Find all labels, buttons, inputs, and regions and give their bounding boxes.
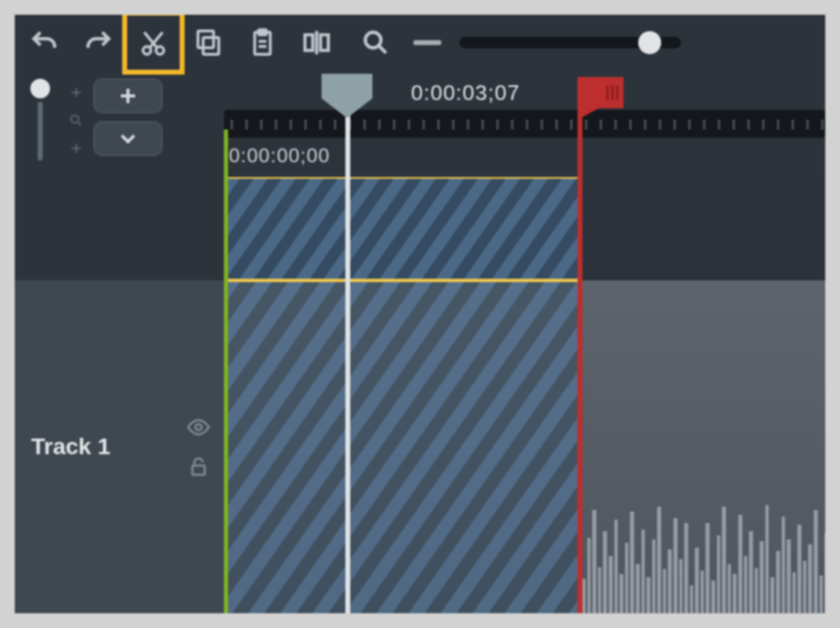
vertical-zoom-track <box>38 102 43 161</box>
svg-line-12 <box>379 46 386 53</box>
paste-button[interactable] <box>236 20 289 66</box>
undo-icon <box>29 27 60 58</box>
track-name-label: Track 1 <box>31 434 111 460</box>
track-content-upper[interactable] <box>224 177 825 280</box>
vertical-zoom-slider[interactable] <box>21 79 59 161</box>
scissors-icon <box>138 27 169 58</box>
add-track-button[interactable] <box>94 79 162 113</box>
svg-point-21 <box>195 424 202 430</box>
playhead-icon <box>318 74 376 118</box>
ruler-label-zero: 0:00:00;00 <box>229 144 330 167</box>
out-marker-line[interactable] <box>578 105 582 613</box>
redo-icon <box>83 27 114 58</box>
split-button[interactable] <box>290 20 343 66</box>
timeline-toolbar <box>15 15 825 71</box>
playhead-handle[interactable] <box>318 74 376 118</box>
time-ruler[interactable]: 0:00:03;07 0:00:00;00 0:00 <box>224 71 825 177</box>
track-content-main[interactable] <box>224 280 825 613</box>
split-icon <box>301 27 332 58</box>
plus-small-icon <box>67 84 85 102</box>
magnifier-icon <box>360 27 391 58</box>
zoom-button[interactable] <box>356 20 395 66</box>
svg-point-0 <box>143 47 151 55</box>
cut-button[interactable] <box>126 15 180 71</box>
track-lane-upper <box>15 177 825 280</box>
svg-line-16 <box>78 122 81 125</box>
magnifier-small-icon <box>67 111 85 130</box>
svg-point-11 <box>365 32 381 48</box>
selection-overlay-main <box>224 282 578 613</box>
zoom-slider-knob[interactable] <box>638 31 661 54</box>
track-control-column <box>15 71 224 177</box>
svg-point-15 <box>71 116 79 123</box>
ruler-row: 0:00:03;07 0:00:00;00 0:00 <box>15 71 825 177</box>
playhead-timecode: 0:00:03;07 <box>411 80 520 106</box>
ruler-label-right: 0:00 <box>824 144 825 167</box>
paste-icon <box>247 27 278 58</box>
vertical-zoom-icons <box>64 84 89 157</box>
playhead-line[interactable] <box>345 113 350 613</box>
track-header-upper <box>15 177 224 280</box>
svg-point-1 <box>156 47 164 55</box>
plus-icon <box>116 84 140 108</box>
svg-rect-8 <box>305 35 313 51</box>
zoom-slider[interactable] <box>459 37 681 48</box>
expand-tracks-button[interactable] <box>94 121 162 156</box>
svg-rect-9 <box>321 35 329 51</box>
zoom-controls <box>356 20 681 66</box>
ruler-ticks <box>224 110 825 138</box>
in-marker-line[interactable] <box>224 130 228 613</box>
track-lane-main: Track 1 <box>15 280 825 613</box>
redo-button[interactable] <box>72 20 125 66</box>
vertical-zoom-knob[interactable] <box>30 79 50 98</box>
selection-overlay <box>226 179 578 279</box>
video-editor-timeline: 0:00:03;07 0:00:00;00 0:00 Track 1 <box>15 15 825 613</box>
zoom-out-button[interactable] <box>413 40 441 45</box>
minus-small-icon <box>67 139 85 157</box>
svg-rect-3 <box>198 31 213 48</box>
undo-button[interactable] <box>18 20 71 66</box>
eye-icon[interactable] <box>186 415 211 439</box>
clip-selected-main[interactable] <box>224 280 578 613</box>
track-header-main[interactable]: Track 1 <box>15 280 224 613</box>
chevron-down-icon <box>116 126 140 151</box>
lock-icon[interactable] <box>186 454 211 479</box>
svg-rect-22 <box>193 466 205 475</box>
copy-icon <box>193 27 224 58</box>
copy-button[interactable] <box>182 20 235 66</box>
out-marker-handle[interactable] <box>578 77 623 108</box>
clip-selected-upper[interactable] <box>224 177 578 280</box>
svg-rect-2 <box>203 38 219 55</box>
